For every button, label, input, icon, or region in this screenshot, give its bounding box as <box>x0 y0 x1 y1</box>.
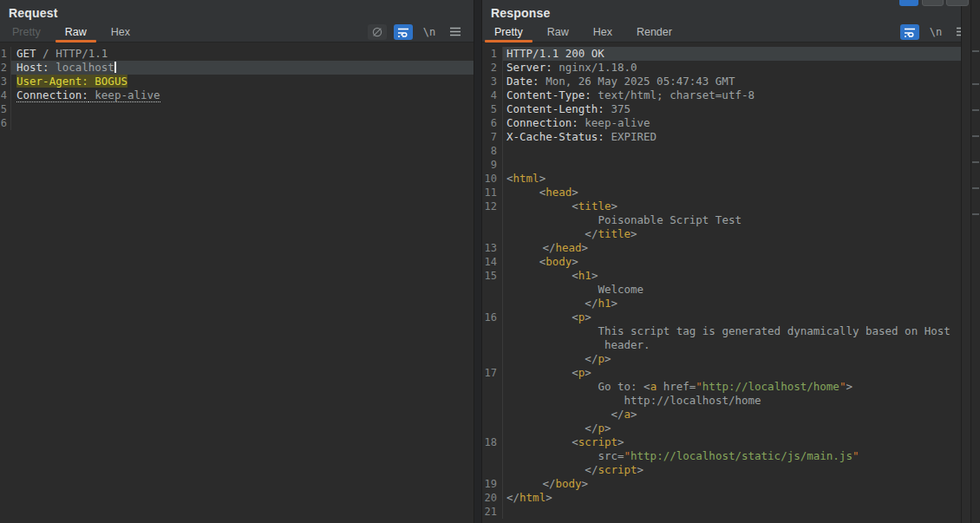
code-text: Server: nginx/1.18.0 <box>503 61 980 75</box>
toolbar-button-partial-2[interactable] <box>946 0 969 6</box>
code-line[interactable]: </title> <box>482 227 980 241</box>
tab-hex[interactable]: Hex <box>581 22 624 42</box>
code-line[interactable]: 17 <p> <box>482 366 980 380</box>
code-line[interactable]: 7 X-Cache-Status: EXPIRED <box>482 130 980 144</box>
request-editor[interactable]: 1 GET / HTTP/1.12 Host: localhost3 User-… <box>0 42 474 130</box>
toolbar-button-partial-1[interactable] <box>922 0 944 6</box>
code-line[interactable]: Poisonable Script Test <box>482 213 980 227</box>
line-number: 14 <box>482 255 503 269</box>
code-line[interactable]: 12 <title> <box>482 199 980 213</box>
line-number: 18 <box>482 435 503 449</box>
code-line[interactable]: 13 </head> <box>482 241 980 255</box>
line-number: 1 <box>0 47 11 61</box>
code-line[interactable]: 5 Content-Length: 375 <box>482 102 980 116</box>
code-line[interactable]: 1 HTTP/1.1 200 OK <box>482 47 980 61</box>
panel-splitter[interactable] <box>474 0 482 523</box>
code-text: User-Agent: BOGUS <box>11 75 474 88</box>
line-number <box>482 297 503 311</box>
code-text <box>503 505 980 519</box>
code-line[interactable]: header. <box>482 338 980 352</box>
code-line[interactable]: 3 Date: Mon, 26 May 2025 05:47:43 GMT <box>482 75 980 88</box>
code-line[interactable]: 4 Content-Type: text/html; charset=utf-8 <box>482 88 980 102</box>
code-line[interactable]: 8 <box>482 144 980 158</box>
response-scrollbar[interactable] <box>961 0 970 523</box>
newline-icon[interactable]: \n <box>420 24 439 40</box>
code-line[interactable]: 6 Connection: keep-alive <box>482 116 980 130</box>
line-number: 5 <box>482 102 503 116</box>
tab-pretty[interactable]: Pretty <box>482 22 535 42</box>
response-editor[interactable]: 1 HTTP/1.1 200 OK2 Server: nginx/1.18.03… <box>482 42 980 519</box>
request-tabs: PrettyRawHex <box>0 22 142 42</box>
code-line[interactable]: 9 <box>482 158 980 172</box>
code-line[interactable]: 4 Connection: keep-alive <box>0 88 474 102</box>
code-line[interactable]: 16 <p> <box>482 311 980 324</box>
code-line[interactable]: 10 <html> <box>482 172 980 186</box>
code-line[interactable]: This script tag is generated dynamically… <box>482 324 980 338</box>
code-line[interactable]: 2 Server: nginx/1.18.0 <box>482 61 980 75</box>
code-line[interactable]: </h1> <box>482 297 980 311</box>
scroll-marker-tick <box>972 50 979 52</box>
line-number: 3 <box>482 75 503 88</box>
line-number: 6 <box>0 116 11 130</box>
code-text: </a> <box>503 408 980 422</box>
response-marker-gutter <box>970 0 980 523</box>
code-line[interactable]: 5 <box>0 102 474 116</box>
code-line[interactable]: 6 <box>0 116 474 130</box>
code-line[interactable]: 3 User-Agent: BOGUS <box>0 75 474 88</box>
line-number: 15 <box>482 269 503 283</box>
code-line[interactable]: 15 <h1> <box>482 269 980 283</box>
code-line[interactable]: Go to: <a href="http://localhost/home"> <box>482 380 980 394</box>
code-line[interactable]: 14 <body> <box>482 255 980 269</box>
toolbar-button-partial-blue[interactable] <box>899 0 918 6</box>
code-line[interactable]: http://localhost/home <box>482 394 980 408</box>
line-number: 20 <box>482 491 503 505</box>
request-icon-bar: \n <box>368 24 474 40</box>
menu-icon[interactable] <box>446 24 465 40</box>
tab-raw[interactable]: Raw <box>535 22 581 42</box>
hidden-eye-icon[interactable] <box>368 24 387 40</box>
line-number <box>482 449 503 463</box>
code-line[interactable]: 20 </html> <box>482 491 980 505</box>
code-text: <p> <box>503 311 980 324</box>
code-line[interactable]: 1 GET / HTTP/1.1 <box>0 47 474 61</box>
tab-render[interactable]: Render <box>624 22 684 42</box>
line-number <box>482 283 503 297</box>
code-text: http://localhost/home <box>503 394 980 408</box>
line-number: 1 <box>482 47 503 61</box>
code-line[interactable]: 19 </body> <box>482 477 980 491</box>
code-text: header. <box>503 338 980 352</box>
code-line[interactable]: 21 <box>482 505 980 519</box>
code-line[interactable]: </script> <box>482 463 980 477</box>
code-line[interactable]: 18 <script> <box>482 435 980 449</box>
code-line[interactable]: src="http://localhost/static/js/main.js" <box>482 449 980 463</box>
line-number <box>482 463 503 477</box>
code-line[interactable]: </p> <box>482 422 980 435</box>
code-text: <body> <box>503 255 980 269</box>
tab-hex[interactable]: Hex <box>99 22 142 42</box>
line-number: 13 <box>482 241 503 255</box>
code-text: <head> <box>503 186 980 199</box>
code-text: <html> <box>503 172 980 186</box>
code-line[interactable]: </p> <box>482 352 980 366</box>
code-text: </h1> <box>503 297 980 311</box>
code-line[interactable]: 11 <head> <box>482 186 980 199</box>
word-wrap-icon[interactable] <box>900 24 919 40</box>
code-text: <title> <box>503 199 980 213</box>
line-number: 17 <box>482 366 503 380</box>
code-text: </head> <box>503 241 980 255</box>
line-number <box>482 227 503 241</box>
code-text: X-Cache-Status: EXPIRED <box>503 130 980 144</box>
tab-raw[interactable]: Raw <box>53 22 99 42</box>
line-number: 3 <box>0 75 11 88</box>
line-number: 11 <box>482 186 503 199</box>
code-text: </title> <box>503 227 980 241</box>
line-number: 9 <box>482 158 503 172</box>
code-line[interactable]: Welcome <box>482 283 980 297</box>
code-line[interactable]: 2 Host: localhost <box>0 61 474 75</box>
newline-icon[interactable]: \n <box>926 24 945 40</box>
scroll-marker-tick <box>972 135 979 137</box>
line-number: 10 <box>482 172 503 186</box>
word-wrap-icon[interactable] <box>394 24 413 40</box>
scroll-marker-tick <box>972 213 979 215</box>
code-line[interactable]: </a> <box>482 408 980 422</box>
